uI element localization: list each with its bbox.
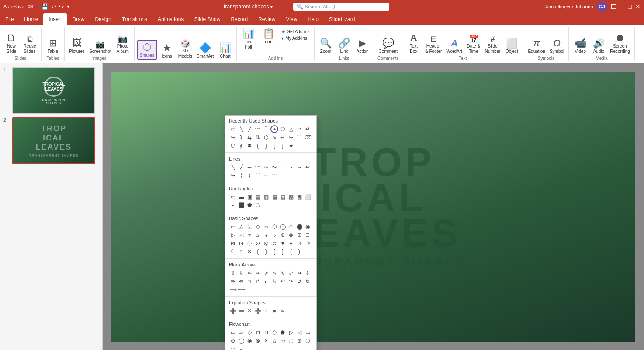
shape-item[interactable]: ☾ [229, 248, 237, 256]
shape-item[interactable]: ◺ [246, 223, 253, 231]
shape-item[interactable]: ▱ [262, 223, 270, 231]
shape-item[interactable]: ╱ [246, 125, 253, 133]
tab-home[interactable]: Home [19, 13, 43, 25]
shape-item[interactable]: ▿ [246, 231, 253, 239]
header-footer-button[interactable]: ⊟ Header& Footer [423, 33, 443, 55]
screenshot-button[interactable]: 📷 Screenshot [87, 38, 113, 55]
video-button[interactable]: 📹 Video [571, 37, 589, 55]
shape-item[interactable]: ▱ [237, 329, 245, 336]
shape-item[interactable]: ↪ [229, 172, 237, 179]
shape-item[interactable]: ⬟ [246, 201, 253, 209]
shape-item[interactable]: ☽ [304, 239, 312, 247]
shape-item[interactable]: ⇘ [279, 269, 287, 277]
redo-icon[interactable]: ↪ [59, 3, 64, 10]
shape-item[interactable]: ↩ [279, 133, 287, 141]
action-button[interactable]: ▶ Action [354, 37, 371, 55]
shape-item[interactable]: ↺ [295, 277, 303, 285]
screen-recording-button[interactable]: ⏺ ScreenRecording [608, 32, 632, 55]
shape-item[interactable]: ⌫ [304, 133, 312, 141]
tab-review[interactable]: Review [253, 13, 280, 25]
shape-item[interactable]: ⊙ [254, 239, 262, 247]
shape-item[interactable]: ⬛ [237, 201, 245, 209]
shape-item[interactable]: ≠ [270, 307, 278, 315]
shape-item[interactable]: ⇩ [237, 269, 245, 277]
autosave-badge[interactable]: Off [26, 4, 35, 9]
my-addins-button[interactable]: ▾ My Add-ins [280, 35, 311, 41]
chart-button[interactable]: 📊 Chart [216, 42, 234, 60]
shape-item[interactable]: ⊡ [237, 239, 245, 247]
shape-item[interactable]: ⬧ [262, 231, 270, 239]
shape-item[interactable]: ▬ [237, 193, 245, 201]
wordart-button[interactable]: A WordArt [444, 37, 464, 55]
shape-item[interactable]: ⊿ [295, 239, 303, 247]
shape-item[interactable]: ↪ [287, 133, 295, 141]
shape-item[interactable]: ◇ [246, 329, 253, 336]
shape-item[interactable]: ▦ [270, 193, 278, 201]
shape-item[interactable]: ⤵ [237, 133, 245, 141]
slide-number-button[interactable]: # SlideNumber [483, 34, 502, 55]
shape-item[interactable]: ⇚ [237, 277, 245, 285]
shape-item[interactable]: ≈ [279, 307, 287, 315]
shape-item[interactable]: ⌒ [254, 172, 262, 179]
shape-item[interactable]: { [254, 248, 262, 256]
shape-item[interactable]: ╲ [229, 163, 237, 171]
shape-item[interactable]: ⬡ [279, 125, 287, 133]
shape-item[interactable]: △ [287, 125, 295, 133]
shape-item[interactable]: ● [270, 125, 278, 133]
tab-draw[interactable]: Draw [67, 13, 90, 25]
shape-item[interactable]: [ [270, 142, 278, 150]
close-icon[interactable]: ✕ [635, 3, 641, 10]
tab-design[interactable]: Design [90, 13, 116, 25]
date-time-button[interactable]: 📅 Date &Time [465, 33, 482, 55]
tab-file[interactable]: File [0, 13, 19, 25]
shape-item[interactable]: ⌒ [262, 125, 270, 133]
shape-item[interactable]: ▭ [229, 193, 237, 201]
shape-item[interactable]: ⇕ [304, 269, 312, 277]
shape-item[interactable]: ⬟ [279, 329, 287, 336]
shape-item[interactable]: ⊟ [304, 231, 312, 239]
shape-item[interactable]: ▤ [254, 193, 262, 201]
shape-item[interactable]: ◁ [295, 329, 303, 336]
shape-item[interactable]: 〰 [254, 125, 262, 133]
shape-item[interactable]: ⌒ [295, 133, 303, 141]
shape-item[interactable]: ~ [287, 163, 295, 171]
shape-item[interactable]: ⬡ [304, 337, 312, 345]
dropdown-arrow[interactable]: ▾ [270, 4, 273, 9]
shape-item[interactable]: ▵ [254, 231, 262, 239]
tab-slidelizard[interactable]: SlideLizard [324, 13, 360, 25]
shape-item[interactable]: ◌ [246, 239, 253, 247]
shape-item[interactable]: ✱ [246, 142, 253, 150]
shape-item[interactable]: ↩ [304, 163, 312, 171]
shape-item[interactable]: ↵ [304, 125, 312, 133]
shape-item[interactable]: ⇨ [254, 269, 262, 277]
shape-item[interactable]: ∿ [270, 133, 278, 141]
shape-item[interactable]: ] [279, 142, 287, 150]
shape-item[interactable]: ⊚ [270, 239, 278, 247]
shape-item[interactable]: ⇆ [246, 133, 253, 141]
shape-item[interactable]: ⇔ [295, 269, 303, 277]
shape-item[interactable]: 〰 [270, 172, 278, 179]
shape-item[interactable]: ▧ [279, 193, 287, 201]
shape-item[interactable]: ⬡ [270, 223, 278, 231]
shape-item[interactable]: ╱ [237, 163, 245, 171]
tab-insert[interactable]: Insert [43, 13, 67, 25]
shape-item[interactable]: ▣ [246, 193, 253, 201]
tab-help[interactable]: Help [302, 13, 324, 25]
shape-item[interactable]: ─ [246, 163, 253, 171]
shape-item[interactable]: ↔ [295, 163, 303, 171]
shape-item[interactable]: 〜 [270, 163, 278, 171]
shape-item[interactable]: ╲ [237, 125, 245, 133]
shape-item[interactable]: ⇒ [295, 125, 303, 133]
forms-button[interactable]: 📋 Forms [260, 27, 277, 46]
shape-item[interactable]: ⇙ [287, 269, 295, 277]
shape-item[interactable]: ⬜ [304, 193, 312, 201]
shape-item[interactable]: ⊗ [287, 231, 295, 239]
slide-thumbnail-2[interactable]: 2 TROPICALLEAVES TRANSPARENT SHAPES [3, 117, 99, 164]
shape-item[interactable]: ⇅ [254, 133, 262, 141]
shape-item[interactable]: ↶ [279, 277, 287, 285]
shape-item[interactable]: ♥ [279, 239, 287, 247]
search-placeholder[interactable]: Search (Alt+Q) [305, 4, 337, 9]
shape-item[interactable]: ✕ [246, 307, 253, 315]
shape-item[interactable]: ⬭ [229, 345, 237, 350]
audio-button[interactable]: 🔊 Audio [590, 37, 607, 55]
